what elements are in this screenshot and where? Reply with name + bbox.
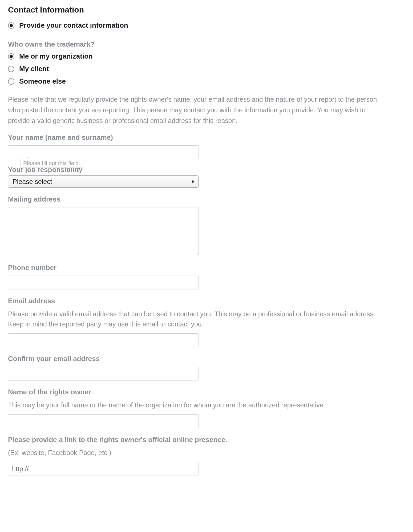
- link-label: Please provide a link to the rights owne…: [8, 436, 405, 444]
- link-helper: (Ex: website, Facebook Page, etc.): [8, 448, 386, 458]
- owner-question-label: Who owns the trademark?: [8, 40, 405, 48]
- radio-label: Provide your contact information: [19, 21, 128, 30]
- radio-icon: [8, 53, 14, 60]
- disclosure-text: Please note that we regularly provide th…: [8, 94, 386, 126]
- rights-owner-helper: This may be your full name or the name o…: [8, 400, 386, 410]
- select-arrows-icon: ▲▼: [191, 180, 195, 183]
- name-label: Your name (name and surname): [8, 133, 405, 142]
- radio-icon: [8, 22, 14, 29]
- radio-label: Me or my organization: [19, 52, 93, 60]
- radio-icon: [8, 78, 14, 85]
- confirm-email-label: Confirm your email address: [8, 355, 405, 363]
- name-input[interactable]: [8, 145, 199, 159]
- radio-label: Someone else: [19, 77, 66, 85]
- mailing-address-input[interactable]: [8, 207, 199, 255]
- radio-owner-me[interactable]: Me or my organization: [8, 52, 405, 60]
- email-helper: Please provide a valid email address tha…: [8, 309, 386, 329]
- email-input[interactable]: [8, 333, 199, 347]
- rights-owner-label: Name of the rights owner: [8, 388, 405, 396]
- link-input[interactable]: [8, 462, 199, 476]
- phone-label: Phone number: [8, 264, 405, 272]
- radio-owner-client[interactable]: My client: [8, 65, 405, 73]
- radio-label: My client: [19, 65, 49, 73]
- mailing-label: Mailing address: [8, 195, 405, 203]
- phone-input[interactable]: [8, 276, 199, 289]
- validation-tooltip: Please fill out this field.: [20, 159, 83, 168]
- radio-owner-other[interactable]: Someone else: [8, 77, 405, 85]
- confirm-email-input[interactable]: [8, 367, 199, 380]
- job-select[interactable]: Please select ▲▼: [8, 175, 199, 188]
- radio-provide-contact[interactable]: Provide your contact information: [8, 21, 405, 30]
- rights-owner-input[interactable]: [8, 414, 199, 428]
- select-value: Please select: [13, 178, 52, 186]
- radio-icon: [8, 66, 14, 72]
- email-label: Email address: [8, 297, 405, 305]
- section-heading: Contact Information: [8, 5, 405, 14]
